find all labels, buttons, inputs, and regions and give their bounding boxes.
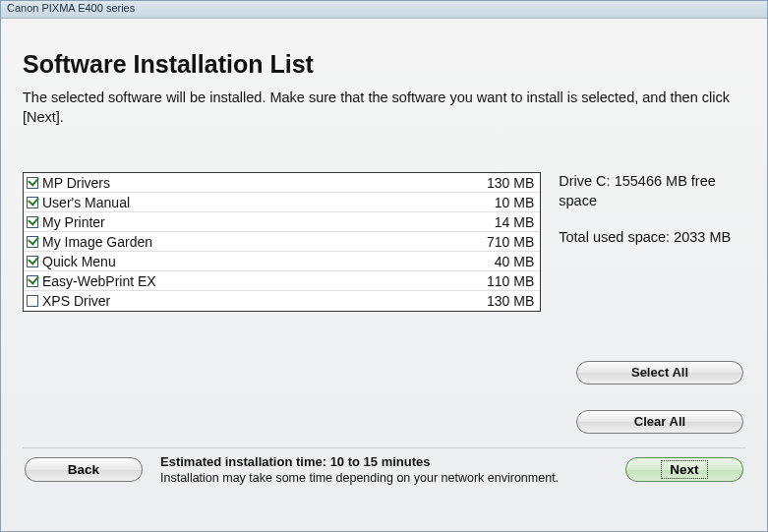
disk-info: Drive C: 155466 MB free space Total used…	[559, 172, 745, 312]
item-size: 14 MB	[455, 214, 534, 230]
page-title: Software Installation List	[23, 50, 745, 79]
checkbox-icon[interactable]	[27, 197, 38, 208]
checkbox-icon[interactable]	[27, 216, 38, 228]
item-size: 130 MB	[455, 175, 534, 191]
estimate-block: Estimated installation time: 10 to 15 mi…	[160, 454, 608, 485]
item-label: My Image Garden	[42, 234, 455, 250]
next-button-label: Next	[661, 460, 707, 479]
item-size: 130 MB	[455, 293, 534, 309]
window-title: Canon PIXMA E400 series	[7, 2, 135, 14]
list-item[interactable]: User's Manual 10 MB	[24, 193, 540, 212]
checkbox-icon[interactable]	[27, 236, 38, 248]
checkbox-icon[interactable]	[27, 256, 38, 267]
estimate-title: Estimated installation time: 10 to 15 mi…	[160, 454, 608, 469]
next-button[interactable]: Next	[625, 457, 743, 482]
middle-section: MP Drivers 130 MB User's Manual 10 MB My…	[23, 172, 745, 312]
select-all-button[interactable]: Select All	[576, 361, 743, 384]
item-size: 10 MB	[455, 195, 534, 210]
item-label: Quick Menu	[42, 254, 455, 269]
list-action-buttons: Select All Clear All	[23, 361, 745, 434]
window-titlebar: Canon PIXMA E400 series	[1, 1, 767, 19]
list-item[interactable]: My Image Garden 710 MB	[24, 232, 540, 252]
list-item[interactable]: Quick Menu 40 MB	[24, 252, 540, 271]
clear-all-button[interactable]: Clear All	[576, 410, 743, 434]
item-label: My Printer	[42, 214, 455, 230]
footer: Back Estimated installation time: 10 to …	[23, 454, 745, 495]
divider	[23, 447, 745, 448]
item-label: User's Manual	[42, 195, 455, 210]
list-item[interactable]: Easy-WebPrint EX 110 MB	[24, 271, 540, 291]
item-size: 710 MB	[455, 234, 534, 250]
item-label: XPS Driver	[42, 293, 455, 309]
list-item[interactable]: XPS Driver 130 MB	[24, 291, 540, 311]
checkbox-icon[interactable]	[27, 275, 38, 287]
checkbox-icon[interactable]	[27, 177, 38, 189]
instruction-text: The selected software will be installed.…	[23, 89, 745, 127]
item-label: Easy-WebPrint EX	[42, 273, 455, 289]
item-size: 110 MB	[455, 273, 534, 289]
content-area: Software Installation List The selected …	[1, 19, 767, 531]
installer-window: Canon PIXMA E400 series Software Install…	[0, 0, 768, 532]
estimate-note: Installation may take some time dependin…	[160, 471, 608, 485]
item-size: 40 MB	[455, 254, 534, 269]
software-list: MP Drivers 130 MB User's Manual 10 MB My…	[23, 172, 541, 312]
used-space-text: Total used space: 2033 MB	[559, 228, 745, 248]
back-button[interactable]: Back	[25, 457, 143, 482]
list-item[interactable]: MP Drivers 130 MB	[24, 173, 540, 193]
item-label: MP Drivers	[42, 175, 455, 191]
checkbox-icon[interactable]	[27, 295, 38, 307]
free-space-text: Drive C: 155466 MB free space	[559, 172, 745, 210]
list-item[interactable]: My Printer 14 MB	[24, 212, 540, 232]
